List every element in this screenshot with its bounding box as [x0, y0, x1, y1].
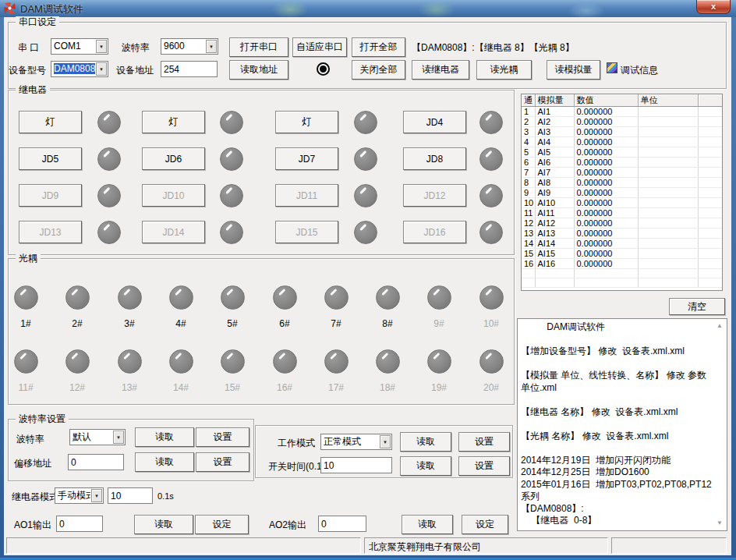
ao1-input[interactable] — [56, 516, 103, 532]
table-cell: 4 — [522, 137, 535, 147]
table-row[interactable]: 2AI20.000000 — [522, 117, 722, 127]
ao1-label: AO1输出 — [14, 519, 51, 532]
read-relay-button[interactable]: 读继电器 — [412, 60, 469, 80]
relay-mode-select[interactable]: 手动模式 ▼ — [55, 487, 104, 504]
table-row[interactable]: 10AI100.000000 — [522, 198, 722, 208]
baud-setting-select[interactable]: 默认 ▼ — [69, 429, 126, 445]
read-analog-button[interactable]: 读模拟量 — [547, 60, 600, 80]
table-cell: 10 — [522, 198, 535, 208]
table-row[interactable]: 9AI90.000000 — [522, 188, 722, 198]
column-header-5 — [698, 94, 722, 107]
dropdown-arrow-icon[interactable]: ▼ — [206, 40, 217, 53]
close-button[interactable]: x — [696, 0, 731, 14]
com-port-select[interactable]: COM1 ▼ — [51, 38, 108, 55]
baud-set-button[interactable]: 设置 — [196, 427, 249, 447]
table-cell: AI1 — [535, 107, 574, 117]
table-row[interactable]: 1AI10.000000 — [522, 107, 722, 117]
opto-led-9 — [427, 285, 451, 310]
table-row[interactable]: 3AI30.000000 — [522, 127, 722, 137]
table-row[interactable]: 15AI150.000000 — [522, 249, 722, 259]
opto-label-7: 7# — [317, 318, 356, 329]
adaptive-port-button[interactable]: 自适应串口 — [292, 37, 347, 57]
table-cell: AI8 — [535, 178, 574, 188]
table-row[interactable]: 13AI130.000000 — [522, 229, 722, 239]
device-address-input[interactable] — [161, 61, 218, 77]
baud-rate-select[interactable]: 9600 ▼ — [161, 38, 218, 55]
offset-set-button[interactable]: 设置 — [196, 452, 249, 472]
relay-mode-unit: 0.1s — [157, 491, 174, 501]
read-opto-button[interactable]: 读光耦 — [476, 60, 532, 80]
relay-led-5 — [97, 147, 121, 171]
relay-button-8[interactable]: JD8 — [403, 147, 466, 170]
offset-read-button[interactable]: 读取 — [135, 452, 194, 472]
workmode-read-button[interactable]: 读取 — [400, 432, 451, 452]
relay-button-1[interactable]: 灯 — [19, 111, 82, 133]
baud-setting-label: 波特率 — [16, 433, 44, 446]
dropdown-arrow-icon[interactable]: ▼ — [113, 431, 124, 444]
relay-button-13: JD13 — [19, 221, 82, 243]
table-row[interactable]: 6AI60.000000 — [522, 158, 722, 168]
table-row[interactable]: 12AI120.000000 — [522, 218, 722, 229]
switch-time-set-button[interactable]: 设置 — [458, 456, 510, 476]
device-model-select[interactable]: DAM0808 ▼ — [51, 61, 108, 77]
relay-button-5[interactable]: JD5 — [19, 147, 82, 170]
ao2-read-button[interactable]: 读取 — [402, 515, 453, 534]
table-row[interactable]: 5AI50.000000 — [522, 147, 722, 158]
opto-led-18 — [376, 349, 400, 374]
dropdown-arrow-icon[interactable]: ▼ — [91, 489, 102, 502]
baud-read-button[interactable]: 读取 — [135, 427, 194, 447]
relay-button-10: JD10 — [142, 184, 205, 207]
table-row[interactable] — [522, 278, 722, 288]
clear-button[interactable]: 清空 — [669, 298, 725, 315]
opto-label-2: 2# — [58, 318, 97, 329]
opto-label-1: 1# — [6, 318, 45, 329]
close-all-button[interactable]: 关闭全部 — [352, 60, 405, 80]
relay-button-7[interactable]: JD7 — [275, 147, 338, 170]
workmode-set-button[interactable]: 设置 — [458, 432, 510, 452]
relay-led-16 — [479, 221, 503, 244]
dropdown-arrow-icon[interactable]: ▼ — [96, 40, 107, 53]
relay-button-2[interactable]: 灯 — [142, 111, 205, 133]
ao2-input[interactable] — [318, 516, 366, 532]
table-row[interactable] — [522, 269, 722, 278]
scroll-up-icon[interactable]: ▲ — [715, 321, 724, 331]
table-row[interactable]: 7AI70.000000 — [522, 168, 722, 178]
open-port-button[interactable]: 打开串口 — [229, 37, 288, 57]
ao1-set-button[interactable]: 设定 — [195, 515, 249, 534]
window-titlebar[interactable]: DAM调试软件 x — [0, 0, 736, 17]
relay-button-3[interactable]: 灯 — [275, 111, 338, 133]
relay-button-4[interactable]: JD4 — [403, 111, 466, 133]
debug-info-icon[interactable] — [607, 62, 617, 73]
table-cell — [698, 137, 722, 147]
switch-time-input[interactable] — [320, 457, 392, 473]
relay-button-6[interactable]: JD6 — [142, 147, 205, 170]
table-row[interactable]: 14AI140.000000 — [522, 239, 722, 249]
relay-mode-time-input[interactable] — [108, 487, 153, 504]
ao2-set-button[interactable]: 设定 — [462, 515, 508, 534]
workmode-value: 正常模式 — [324, 434, 379, 449]
table-row[interactable]: 8AI80.000000 — [522, 178, 722, 188]
dropdown-arrow-icon[interactable]: ▼ — [380, 435, 391, 448]
table-cell — [698, 239, 722, 249]
table-cell — [638, 188, 698, 198]
log-panel[interactable]: DAM调试软件 【增加设备型号】 修改 设备表.xml.xml 【模拟量 单位、… — [517, 318, 727, 531]
table-cell — [698, 249, 722, 259]
com-port-value: COM1 — [54, 39, 95, 54]
table-cell — [638, 239, 698, 249]
ao2-label: AO2输出 — [269, 519, 306, 532]
relay-button-9: JD9 — [19, 184, 82, 207]
offset-input[interactable] — [68, 454, 124, 470]
read-address-button[interactable]: 读取地址 — [229, 60, 288, 80]
switch-time-read-button[interactable]: 读取 — [400, 456, 451, 476]
scroll-down-icon[interactable]: ▼ — [715, 519, 724, 528]
opto-label-3: 3# — [110, 318, 149, 329]
table-row[interactable]: 4AI40.000000 — [522, 137, 722, 147]
table-cell — [638, 178, 698, 188]
dropdown-arrow-icon[interactable]: ▼ — [96, 62, 107, 76]
opto-label-6: 6# — [265, 318, 304, 329]
ao1-read-button[interactable]: 读取 — [134, 515, 193, 534]
table-row[interactable]: 16AI160.000000 — [522, 259, 722, 269]
workmode-select[interactable]: 正常模式 ▼ — [320, 434, 392, 450]
open-all-button[interactable]: 打开全部 — [352, 37, 405, 57]
table-row[interactable]: 11AI110.000000 — [522, 208, 722, 218]
